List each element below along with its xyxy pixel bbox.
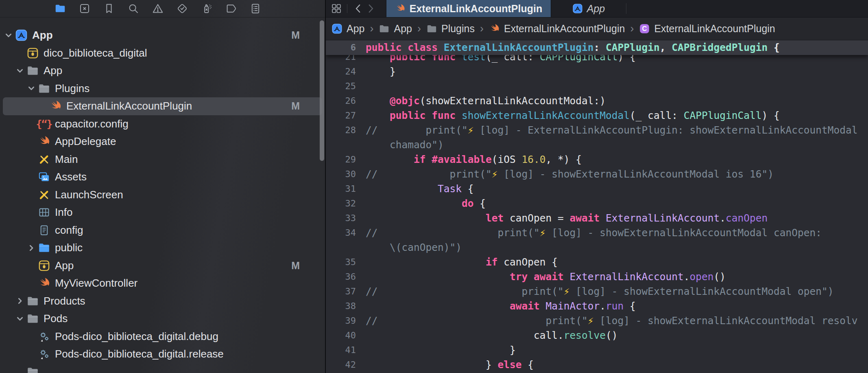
code-line-25: 25 xyxy=(326,79,868,94)
tree-row-main[interactable]: Main xyxy=(3,151,322,169)
tests-icon[interactable] xyxy=(170,2,194,15)
back-button[interactable] xyxy=(352,2,364,15)
tree-row-public[interactable]: public xyxy=(3,239,322,257)
chevron-down-icon[interactable] xyxy=(15,315,25,323)
line-number: 38 xyxy=(326,299,356,314)
tree-row-appdelegate[interactable]: AppDelegate xyxy=(3,133,322,151)
tree-row-pods-dico-biblioteca-digital-release[interactable]: Pods-dico_biblioteca_digital.release xyxy=(3,345,322,363)
code-text: if #available(iOS 16.0, *) { xyxy=(366,152,582,167)
tree-row-capacitor-config[interactable]: {“} capacitor.config xyxy=(3,115,322,133)
folder-icon xyxy=(25,366,40,373)
tree-row-app[interactable]: App M xyxy=(3,257,322,275)
chevron-right-icon[interactable] xyxy=(26,244,37,252)
code-text: // print("⚡ [log] - showExternalLinkAcco… xyxy=(366,226,822,240)
json-icon: {“} xyxy=(37,118,51,130)
line-number: 30 xyxy=(326,167,356,182)
code-line-21: 21 public func test(_ call: CAPPluginCal… xyxy=(326,55,868,64)
tree-row-products[interactable]: Products xyxy=(3,292,322,310)
chevron-right-icon[interactable] xyxy=(15,297,25,305)
tree-row-launchscreen[interactable]: LaunchScreen xyxy=(3,186,322,204)
xcode-window: App M dico_biblioteca_digital App Plugin… xyxy=(0,0,868,373)
code-line-42: 42 } else { xyxy=(326,358,868,372)
project-navigator-icon[interactable] xyxy=(48,2,72,15)
code-line-38: 38 await MainActor.run { xyxy=(326,299,868,314)
navigator-toolbar xyxy=(0,0,325,18)
swift-icon xyxy=(489,23,500,34)
issues-icon[interactable] xyxy=(146,2,170,15)
folder-icon xyxy=(37,82,51,95)
tree-row-label: ExternalLinkAccountPlugin xyxy=(66,100,192,112)
tree-row-label: Assets xyxy=(55,171,87,183)
tree-row-label: AppDelegate xyxy=(55,135,116,148)
tree-row-label: Products xyxy=(44,295,85,307)
code-line-29: 29 if #available(iOS 16.0, *) { xyxy=(326,152,868,167)
tree-row-app[interactable]: App M xyxy=(3,26,322,44)
xcconfig-icon xyxy=(37,330,51,343)
code-text: chamado") xyxy=(366,138,444,152)
chevron-down-icon[interactable] xyxy=(26,84,37,92)
forward-button[interactable] xyxy=(364,2,377,15)
tree-row-app[interactable]: App xyxy=(3,62,322,80)
swift-icon xyxy=(395,3,406,14)
tree-row-label: Pods-dico_biblioteca_digital.release xyxy=(55,348,224,360)
code-text: call.resolve() xyxy=(366,328,618,343)
find-icon[interactable] xyxy=(121,2,146,15)
sidebar-scrollbar[interactable] xyxy=(320,20,324,161)
tree-row-assets[interactable]: Assets xyxy=(3,168,322,186)
assets-icon xyxy=(37,171,51,183)
app-yellow-icon xyxy=(37,259,51,272)
jump-bar: App› App› Plugins› ExternalLinkAccountPl… xyxy=(326,18,868,40)
code-line-39: 39 // print("⚡ [log] - showExternalLinkA… xyxy=(326,314,868,328)
debug-icon[interactable] xyxy=(194,2,219,15)
code-text: public func test(_ call: CAPPluginCall) … xyxy=(366,55,636,59)
code-text: @objc(showExternalLinkAccountModal:) xyxy=(366,94,606,108)
line-number: 39 xyxy=(326,314,356,328)
tree-row-plugins[interactable]: Plugins xyxy=(3,80,322,98)
tree-row-pods-dico-biblioteca-digital-debug[interactable]: Pods-dico_biblioteca_digital.debug xyxy=(3,328,322,346)
breadcrumb-segment[interactable]: Plugins xyxy=(441,23,475,35)
folder-icon xyxy=(25,312,40,325)
tree-row-externallinkaccountplugin[interactable]: ExternalLinkAccountPlugin M xyxy=(3,97,322,115)
tree-row-pods[interactable]: Pods xyxy=(3,310,322,328)
swift-icon xyxy=(37,277,51,290)
modified-badge: M xyxy=(291,260,300,272)
line-number: 40 xyxy=(326,328,356,343)
tab-controls xyxy=(326,0,386,17)
code-line-35: 35 if canOpen { xyxy=(326,255,868,270)
breadcrumb-segment[interactable]: App xyxy=(394,23,412,35)
tab-externallinkaccountplugin[interactable]: ExternalLinkAccountPlugin xyxy=(386,0,551,17)
code-line-30: 30 // print("⚡ [log] - showExternalLinkA… xyxy=(326,167,868,182)
code-line-24: 24 } xyxy=(326,64,868,79)
line-number: 33 xyxy=(326,211,356,226)
chevron-down-icon[interactable] xyxy=(3,31,14,39)
code-editor[interactable]: 6 public class ExternalLinkAccountPlugin… xyxy=(326,40,868,373)
line-number: 28 xyxy=(326,123,356,138)
bookmarks-icon[interactable] xyxy=(97,2,121,15)
code-text: public class ExternalLinkAccountPlugin: … xyxy=(366,40,780,55)
breadcrumb-separator: › xyxy=(416,22,422,35)
tab-overview-icon[interactable] xyxy=(331,3,342,14)
breadcrumb-segment[interactable]: App xyxy=(347,23,364,35)
tree-row-myviewcontroller[interactable]: MyViewController xyxy=(3,274,322,292)
tree-row-info[interactable]: Info xyxy=(3,204,322,222)
tree-row-partial[interactable] xyxy=(3,363,322,373)
code-line-32: 32 do { xyxy=(326,196,868,211)
line-number: 32 xyxy=(326,196,356,211)
tree-row-config[interactable]: config xyxy=(3,222,322,239)
tree-row-label: config xyxy=(55,224,83,237)
source-control-icon[interactable] xyxy=(72,2,97,15)
breakpoints-icon[interactable] xyxy=(219,2,243,15)
appstore-icon xyxy=(572,3,583,14)
file-tree: App M dico_biblioteca_digital App Plugin… xyxy=(0,18,325,373)
reports-icon[interactable] xyxy=(243,2,268,15)
swift-icon xyxy=(48,100,63,112)
breadcrumb-segment[interactable]: ExternalLinkAccountPlugin xyxy=(654,23,775,35)
breadcrumb-segment[interactable]: ExternalLinkAccountPlugin xyxy=(504,23,625,35)
tree-row-dico-biblioteca-digital[interactable]: dico_biblioteca_digital xyxy=(3,44,322,62)
code-line-28: 28 // print("⚡ [log] - ExternalLinkAccou… xyxy=(326,123,868,138)
line-number: 36 xyxy=(326,270,356,284)
breadcrumb-separator: › xyxy=(479,22,485,35)
tab-app[interactable]: App xyxy=(551,0,626,17)
code-text: // print("⚡ [log] - ExternalLinkAccountP… xyxy=(366,123,858,138)
chevron-down-icon[interactable] xyxy=(15,67,25,75)
